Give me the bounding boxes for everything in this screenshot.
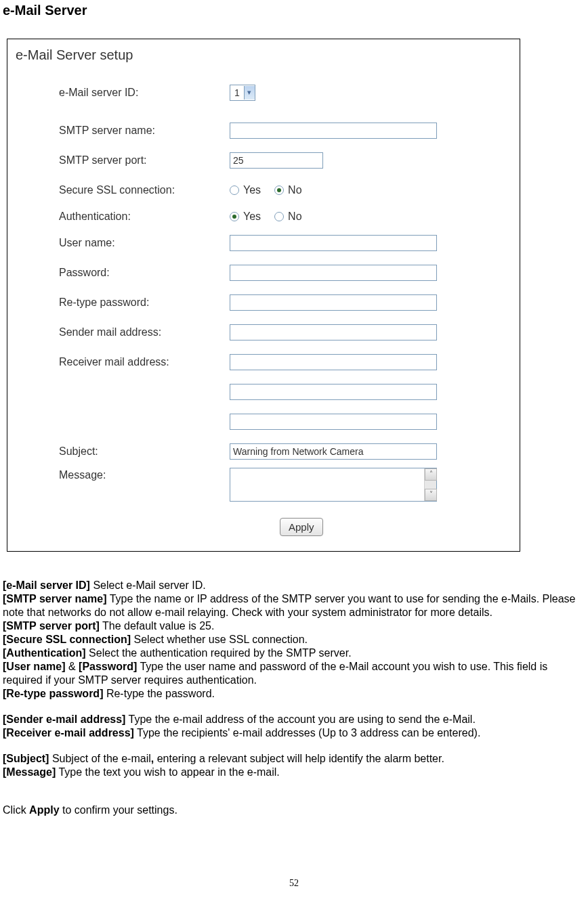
ssl-label: Secure SSL connection: bbox=[14, 184, 230, 196]
desc-ssl-head: [Secure SSL connection] bbox=[3, 634, 131, 645]
receiver-input-3[interactable] bbox=[230, 414, 437, 430]
desc-sender-head: [Sender e-mail address] bbox=[3, 713, 125, 725]
auth-yes-label: Yes bbox=[243, 211, 261, 223]
subject-input[interactable] bbox=[230, 443, 437, 460]
password-input[interactable] bbox=[230, 265, 437, 281]
auth-no-radio[interactable] bbox=[274, 212, 284, 221]
desc-auth-text: Select the authentication required by th… bbox=[86, 647, 352, 659]
auth-label: Authentication: bbox=[14, 211, 230, 223]
desc-subject-text2: entering a relevant subject will help id… bbox=[154, 753, 444, 764]
desc-subject-head: [Subject] bbox=[3, 753, 49, 764]
retype-password-label: Re-type password: bbox=[14, 296, 230, 309]
email-server-form-screenshot: e-Mail Server setup e-Mail server ID: 1 … bbox=[7, 39, 520, 552]
ssl-no-label: No bbox=[288, 184, 301, 196]
subject-label: Subject: bbox=[14, 445, 230, 458]
smtp-server-name-input[interactable] bbox=[230, 123, 437, 139]
password-label: Password: bbox=[14, 267, 230, 279]
sender-label: Sender mail address: bbox=[14, 326, 230, 338]
retype-password-input[interactable] bbox=[230, 294, 437, 311]
sender-input[interactable] bbox=[230, 324, 437, 340]
email-server-id-value: 1 bbox=[230, 87, 244, 98]
username-input[interactable] bbox=[230, 235, 437, 251]
smtp-server-port-label: SMTP server port: bbox=[14, 154, 230, 167]
receiver-label: Receiver mail address: bbox=[14, 356, 230, 368]
page-heading: e-Mail Server bbox=[3, 3, 585, 18]
email-server-id-label: e-Mail server ID: bbox=[14, 87, 230, 99]
message-textarea[interactable]: ˄ ˅ bbox=[230, 468, 437, 502]
receiver-input-2[interactable] bbox=[230, 384, 437, 400]
desc-apply-suffix: to confirm your settings. bbox=[60, 804, 177, 816]
desc-retype-head: [Re-type password] bbox=[3, 688, 103, 699]
page-number: 52 bbox=[0, 878, 588, 889]
ssl-yes-radio[interactable] bbox=[230, 185, 239, 195]
auth-yes-radio[interactable] bbox=[230, 212, 239, 221]
desc-sender-text: Type the e-mail address of the account y… bbox=[125, 713, 475, 725]
desc-receiver-head: [Receiver e-mail address] bbox=[3, 727, 134, 739]
desc-receiver-text: Type the recipients' e-mail addresses (U… bbox=[134, 727, 480, 739]
description-body: [e-Mail server ID] Select e-Mail server … bbox=[3, 579, 585, 817]
desc-user-amp: & bbox=[65, 661, 79, 672]
chevron-down-icon: ▾ bbox=[244, 86, 255, 100]
desc-user-head: [User name] bbox=[3, 661, 65, 672]
smtp-server-port-input[interactable] bbox=[230, 152, 323, 169]
desc-smtp-name-head: [SMTP server name] bbox=[3, 593, 107, 604]
desc-email-server-id-head: [e-Mail server ID] bbox=[3, 579, 90, 591]
desc-email-server-id-text: Select e-Mail server ID. bbox=[90, 579, 206, 591]
scroll-down-icon[interactable]: ˅ bbox=[425, 489, 437, 501]
desc-smtp-port-head: [SMTP server port] bbox=[3, 620, 100, 632]
smtp-server-name-label: SMTP server name: bbox=[14, 125, 230, 137]
desc-smtp-port-text: The default value is 25. bbox=[100, 620, 215, 632]
form-title: e-Mail Server setup bbox=[14, 47, 513, 63]
desc-retype-text: Re-type the password. bbox=[103, 688, 215, 699]
scroll-up-icon[interactable]: ˄ bbox=[425, 468, 437, 481]
username-label: User name: bbox=[14, 237, 230, 249]
textarea-scrollbar[interactable]: ˄ ˅ bbox=[424, 468, 436, 501]
receiver-input-1[interactable] bbox=[230, 354, 437, 370]
ssl-yes-label: Yes bbox=[243, 184, 261, 196]
desc-apply-prefix: Click bbox=[3, 804, 29, 816]
auth-no-label: No bbox=[288, 211, 301, 223]
desc-password-head: [Password] bbox=[79, 661, 137, 672]
desc-apply-bold: Apply bbox=[29, 804, 59, 816]
desc-message-head: [Message] bbox=[3, 766, 56, 778]
desc-subject-text1: Subject of the e-mail bbox=[49, 753, 150, 764]
desc-ssl-text: Select whether use SSL connection. bbox=[131, 634, 308, 645]
apply-button[interactable]: Apply bbox=[280, 518, 323, 536]
ssl-no-radio[interactable] bbox=[274, 185, 284, 195]
email-server-id-select[interactable]: 1 ▾ bbox=[230, 85, 255, 101]
desc-auth-head: [Authentication] bbox=[3, 647, 86, 659]
desc-message-text: Type the text you wish to appear in the … bbox=[56, 766, 280, 778]
message-label: Message: bbox=[14, 468, 230, 481]
